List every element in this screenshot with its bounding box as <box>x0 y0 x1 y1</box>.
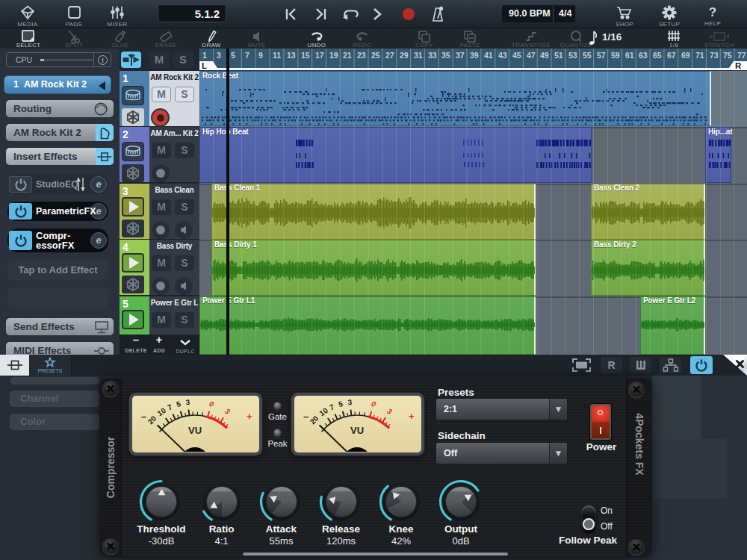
svg-text:VU: VU <box>350 425 364 436</box>
svg-text:VU: VU <box>188 425 202 436</box>
svg-text:+: + <box>247 411 252 422</box>
svg-text:+: + <box>409 411 415 422</box>
svg-text:–: – <box>303 411 309 422</box>
svg-text:–: – <box>141 411 146 422</box>
